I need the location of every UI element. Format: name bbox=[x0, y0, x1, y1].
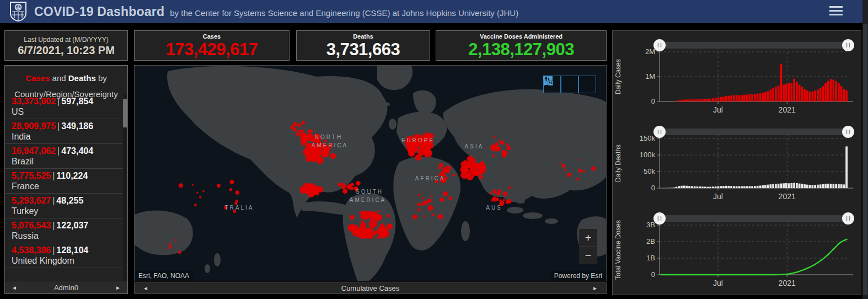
list-item[interactable]: 33,373,002|597,854 US bbox=[5, 94, 127, 119]
bar bbox=[819, 88, 822, 102]
daily-cases-chart[interactable]: 01M2MJul2021Daily Cases bbox=[613, 35, 862, 118]
bar bbox=[809, 185, 811, 188]
bar bbox=[720, 97, 722, 102]
bar bbox=[688, 99, 690, 102]
bar bbox=[819, 184, 822, 188]
slider-handle-right[interactable] bbox=[842, 212, 854, 225]
pager-prev-icon[interactable]: ◄ bbox=[5, 285, 24, 291]
bar bbox=[785, 183, 787, 188]
map-pager-label: Cumulative Cases bbox=[157, 284, 584, 292]
scrollbar-thumb[interactable] bbox=[123, 99, 127, 127]
bar bbox=[770, 184, 772, 188]
bar bbox=[783, 84, 785, 102]
page-scrollbar[interactable] bbox=[862, 0, 868, 299]
zoom-out-button[interactable]: − bbox=[579, 247, 597, 264]
row-country-name: India bbox=[12, 132, 127, 142]
bar bbox=[827, 184, 829, 188]
list-item[interactable]: 4,538,386|128,104 United Kingdom bbox=[5, 243, 127, 268]
page-scrollbar-thumb[interactable] bbox=[863, 24, 867, 295]
hamburger-menu-icon[interactable] bbox=[829, 6, 843, 17]
title-and-word: and bbox=[50, 73, 68, 83]
world-map[interactable]: NORTHAMERICAEUROPEASIAAFRICASOUTHAMERICA… bbox=[134, 65, 607, 281]
time-slider-track[interactable] bbox=[660, 42, 848, 49]
bar bbox=[722, 186, 725, 188]
list-item[interactable]: 5,293,627|48,255 Turkey bbox=[5, 194, 127, 218]
list-item[interactable]: 28,909,975|349,186 India bbox=[5, 119, 127, 144]
bar bbox=[715, 186, 717, 188]
x-tick-label: 2021 bbox=[779, 105, 796, 114]
bar bbox=[796, 183, 798, 188]
y-axis-title: Daily Deaths bbox=[614, 145, 622, 182]
row-cases-value: 28,909,975 bbox=[12, 121, 56, 131]
bar bbox=[717, 98, 720, 102]
last-updated-panel: Last Updated at (M/D/YYYY) 6/7/2021, 10:… bbox=[4, 30, 128, 61]
bar bbox=[762, 185, 764, 188]
bar bbox=[830, 184, 832, 188]
title-deaths-word: Deaths bbox=[68, 73, 96, 83]
bar bbox=[780, 64, 783, 102]
bar bbox=[827, 81, 829, 102]
list-item[interactable]: 16,947,062|473,404 Brazil bbox=[5, 144, 127, 169]
bar bbox=[707, 187, 709, 188]
continent-label: AFRICA bbox=[415, 175, 446, 181]
y-axis-title: Total Vaccine Doses bbox=[614, 220, 622, 280]
bar bbox=[809, 92, 811, 102]
bar bbox=[725, 96, 727, 102]
continent-label: NORTH bbox=[315, 134, 342, 140]
page-title: COVID-19 Dashboard bbox=[34, 4, 164, 19]
slider-handle-left[interactable] bbox=[653, 126, 666, 138]
map-pager-prev-icon[interactable]: ◄ bbox=[135, 285, 157, 291]
bar bbox=[822, 184, 824, 188]
bar bbox=[833, 184, 835, 188]
bar bbox=[707, 99, 709, 102]
bar bbox=[801, 87, 803, 102]
bar bbox=[683, 186, 685, 189]
bar bbox=[720, 186, 722, 188]
bar bbox=[793, 183, 795, 188]
basemap-button[interactable] bbox=[578, 76, 596, 93]
slider-handle-right[interactable] bbox=[842, 39, 854, 51]
list-item[interactable]: 5,775,525|110,224 France bbox=[5, 169, 127, 194]
row-country-name: Russia bbox=[12, 231, 127, 241]
row-deaths-value: 128,104 bbox=[56, 245, 88, 255]
zoom-in-button[interactable]: + bbox=[579, 229, 597, 247]
row-country-name: United Kingdom bbox=[12, 256, 127, 266]
bar bbox=[749, 94, 751, 102]
bar bbox=[678, 186, 680, 188]
row-country-name: France bbox=[12, 181, 127, 191]
total-vaccine-doses-chart[interactable]: 01B2B3BJul2021Total Vaccine Doses bbox=[613, 209, 862, 291]
bar bbox=[806, 90, 808, 102]
row-cases-value: 5,076,543 bbox=[12, 221, 51, 230]
legend-button[interactable] bbox=[561, 76, 578, 93]
bar bbox=[699, 99, 701, 102]
list-item[interactable]: 5,076,543|122,037 Russia bbox=[5, 218, 127, 243]
bar bbox=[694, 186, 696, 188]
slider-handle-left[interactable] bbox=[653, 39, 666, 51]
deaths-label: Deaths bbox=[353, 33, 373, 40]
map-attribution: Esri, FAO, NOAA bbox=[135, 271, 193, 281]
continent-label: AMERICA bbox=[350, 197, 387, 203]
map-canvas[interactable]: NORTHAMERICAEUROPEASIAAFRICASOUTHAMERICA… bbox=[135, 66, 607, 281]
country-list-scrollbar[interactable] bbox=[123, 94, 127, 281]
jhu-logo bbox=[10, 2, 26, 22]
bar bbox=[704, 186, 706, 188]
bar bbox=[725, 186, 727, 188]
slider-handle-left[interactable] bbox=[653, 212, 666, 225]
time-slider-track[interactable] bbox=[660, 215, 848, 222]
time-slider-track[interactable] bbox=[660, 129, 848, 135]
map-pager-next-icon[interactable]: ► bbox=[584, 285, 606, 291]
continent-label: AUS bbox=[486, 205, 502, 211]
slider-handle-right[interactable] bbox=[842, 126, 854, 138]
bar bbox=[736, 95, 738, 102]
bar bbox=[686, 99, 688, 102]
row-cases-value: 16,947,062 bbox=[12, 146, 56, 156]
covid-dashboard: COVID-19 Dashboard by the Center for Sys… bbox=[0, 0, 868, 299]
row-divider: | bbox=[56, 146, 61, 156]
bar bbox=[796, 82, 798, 102]
bar bbox=[767, 185, 769, 188]
bar bbox=[691, 99, 693, 102]
daily-deaths-chart[interactable]: 050k100k150kJul2021Daily Deaths bbox=[613, 122, 862, 205]
line-series bbox=[661, 239, 846, 275]
pager-next-icon[interactable]: ► bbox=[109, 285, 127, 291]
bar bbox=[845, 90, 848, 102]
